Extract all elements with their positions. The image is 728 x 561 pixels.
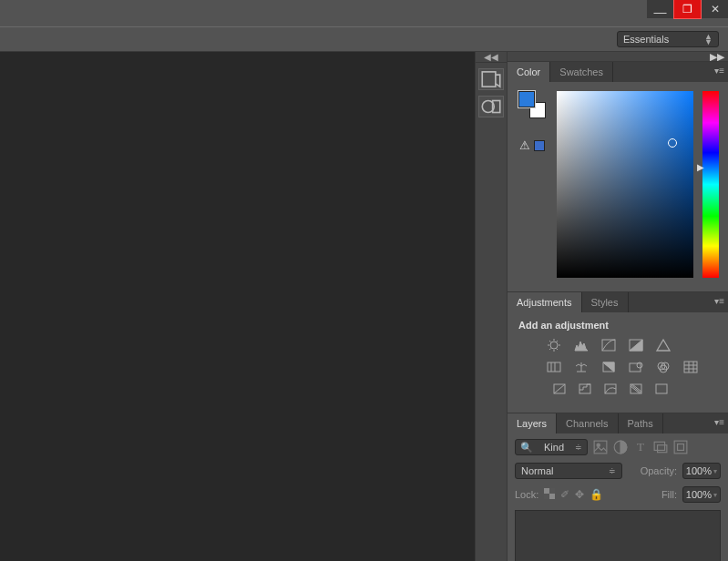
filter-type-icon[interactable]: T <box>633 440 648 454</box>
tab-channels[interactable]: Channels <box>557 413 618 434</box>
svg-rect-6 <box>548 362 560 372</box>
blend-mode-select[interactable]: Normal ≑ <box>515 463 622 479</box>
gamut-warning-icon[interactable]: ⚠ <box>519 138 530 152</box>
lock-transparency-icon[interactable] <box>544 488 555 502</box>
svg-rect-15 <box>579 384 590 393</box>
fill-label: Fill: <box>661 489 677 500</box>
layer-kind-filter[interactable]: 🔍 Kind ≑ <box>515 439 588 455</box>
opacity-input[interactable]: 100%▾ <box>682 463 721 479</box>
tab-paths[interactable]: Paths <box>619 413 663 434</box>
fill-input[interactable]: 100%▾ <box>682 486 721 503</box>
panel-menu-icon[interactable]: ▾≡ <box>714 417 724 427</box>
workspace-label: Essentials <box>623 34 669 45</box>
brightness-contrast-icon[interactable] <box>546 338 562 352</box>
right-panel-dock: ◀◀ ▶▶ Color Swatches ▾≡ <box>475 52 728 561</box>
levels-icon[interactable] <box>573 338 590 352</box>
tab-color[interactable]: Color <box>508 62 550 82</box>
canvas-area <box>0 52 475 561</box>
foreground-background-swatches[interactable] <box>518 91 546 118</box>
svg-rect-29 <box>544 494 549 499</box>
svg-rect-26 <box>544 488 549 494</box>
tab-adjustments[interactable]: Adjustments <box>508 292 582 312</box>
svg-point-20 <box>597 444 600 446</box>
filter-pixel-icon[interactable] <box>593 440 608 454</box>
black-white-icon[interactable] <box>600 360 617 374</box>
svg-rect-4 <box>602 340 615 351</box>
threshold-icon[interactable] <box>602 382 619 396</box>
svg-rect-24 <box>674 441 687 454</box>
vibrance-icon[interactable] <box>655 338 672 352</box>
svg-rect-13 <box>684 362 697 372</box>
panel-dock-header: ▶▶ <box>508 52 728 61</box>
properties-panel-icon[interactable] <box>478 96 504 117</box>
window-controls: — ❐ ✕ <box>646 0 728 18</box>
lock-position-icon[interactable]: ✥ <box>575 488 584 501</box>
svg-rect-16 <box>605 384 616 393</box>
channel-mixer-icon[interactable] <box>655 360 672 374</box>
layers-list-empty <box>515 510 721 561</box>
layers-panel: Layers Channels Paths ▾≡ 🔍 Kind ≑ <box>508 413 728 561</box>
tab-swatches[interactable]: Swatches <box>550 62 613 82</box>
filter-shape-icon[interactable] <box>653 440 668 454</box>
lock-label: Lock: <box>515 489 538 500</box>
close-button[interactable]: ✕ <box>702 0 728 18</box>
svg-rect-25 <box>678 444 684 451</box>
lock-all-icon[interactable]: 🔒 <box>590 488 603 501</box>
history-panel-icon[interactable] <box>478 68 504 90</box>
color-picker-cursor <box>668 138 677 148</box>
gamut-swatch[interactable] <box>534 140 545 151</box>
adjustments-heading: Add an adjustment <box>518 320 717 331</box>
color-lookup-icon[interactable] <box>682 360 699 374</box>
opacity-label: Opacity: <box>641 465 677 476</box>
photo-filter-icon[interactable] <box>628 360 644 374</box>
panel-menu-icon[interactable]: ▾≡ <box>714 66 724 76</box>
svg-point-3 <box>550 342 558 349</box>
options-bar: Essentials ▲▼ <box>0 26 728 52</box>
gradient-map-icon[interactable] <box>628 382 644 396</box>
titlebar: — ❐ ✕ <box>0 0 728 26</box>
adjustments-panel: Adjustments Styles ▾≡ Add an adjustment <box>508 291 728 413</box>
minimize-button[interactable]: — <box>647 0 673 18</box>
filter-adjustment-icon[interactable] <box>613 440 628 454</box>
collapse-toggle[interactable]: ◀◀ <box>476 52 507 63</box>
maximize-button[interactable]: ❐ <box>674 0 701 18</box>
tab-layers[interactable]: Layers <box>508 413 557 434</box>
color-balance-icon[interactable] <box>573 360 590 374</box>
svg-rect-22 <box>654 442 664 450</box>
svg-rect-19 <box>594 441 607 454</box>
hue-slider-handle[interactable]: ▶ <box>697 162 704 172</box>
svg-rect-23 <box>658 445 667 453</box>
filter-smart-icon[interactable] <box>673 440 688 454</box>
exposure-icon[interactable] <box>628 338 644 352</box>
hue-slider[interactable]: ▶ <box>702 91 719 278</box>
foreground-color-swatch[interactable] <box>518 91 535 107</box>
lock-pixels-icon[interactable]: ✐ <box>560 488 569 501</box>
panel-menu-icon[interactable]: ▾≡ <box>714 296 724 306</box>
posterize-icon[interactable] <box>577 382 593 396</box>
svg-rect-28 <box>549 488 555 494</box>
hue-saturation-icon[interactable] <box>546 360 562 374</box>
selective-color-icon[interactable] <box>653 382 670 396</box>
svg-rect-27 <box>549 494 555 499</box>
invert-icon[interactable] <box>551 382 568 396</box>
collapsed-panel-strip: ◀◀ <box>475 52 508 561</box>
color-panel: Color Swatches ▾≡ ⚠ <box>508 61 728 291</box>
svg-rect-18 <box>656 384 667 393</box>
dropdown-arrows-icon: ▲▼ <box>704 34 713 45</box>
color-field-picker[interactable] <box>557 91 693 278</box>
tab-styles[interactable]: Styles <box>582 292 629 312</box>
workspace-selector[interactable]: Essentials ▲▼ <box>617 31 719 47</box>
curves-icon[interactable] <box>600 338 617 352</box>
svg-rect-0 <box>482 72 496 87</box>
